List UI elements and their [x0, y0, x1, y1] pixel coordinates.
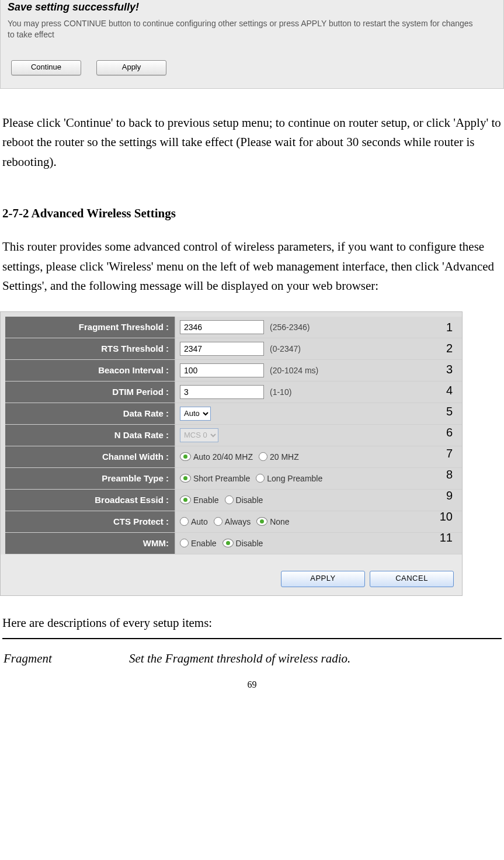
settings-label: Preamble Type :: [5, 468, 175, 489]
settings-row: Broadcast Essid :EnableDisable: [5, 490, 462, 511]
radio-icon: [180, 495, 191, 504]
radio-option[interactable]: Short Preamble: [180, 474, 250, 483]
hint-text: (1-10): [270, 387, 291, 397]
settings-label: Data Rate :: [5, 403, 175, 424]
radio-label: Enable: [191, 539, 217, 548]
section-heading: 2-7-2 Advanced Wireless Settings: [0, 204, 504, 224]
hint-text: (256-2346): [270, 322, 310, 332]
settings-value-cell: (0-2347): [175, 338, 462, 359]
radio-option[interactable]: Long Preamble: [256, 474, 322, 483]
callout-number: 3: [440, 359, 453, 380]
settings-row: Channel Width :Auto 20/40 MHZ20 MHZ: [5, 446, 462, 468]
description-definition: Set the Fragment threshold of wireless r…: [129, 650, 500, 668]
radio-option[interactable]: Enable: [180, 539, 217, 548]
settings-value-cell: AutoAlwaysNone: [175, 511, 462, 532]
radio-icon: [259, 452, 267, 461]
settings-label: WMM:: [5, 533, 175, 554]
panel-cancel-button[interactable]: CANCEL: [370, 571, 454, 587]
settings-label: N Data Rate :: [5, 425, 175, 446]
settings-label: Broadcast Essid :: [5, 490, 175, 511]
descriptions-intro: Here are descriptions of every setup ite…: [0, 613, 504, 633]
radio-option[interactable]: Always: [214, 517, 251, 526]
radio-option[interactable]: Disable: [225, 495, 263, 505]
radio-icon: [256, 474, 265, 483]
radio-label: Disable: [236, 539, 263, 548]
text-input[interactable]: [180, 320, 264, 334]
settings-label: DTIM Period :: [5, 382, 175, 403]
section-intro: This router provides some advanced contr…: [0, 237, 504, 296]
radio-icon: [180, 539, 189, 547]
callout-number: 11: [440, 527, 453, 548]
radio-icon: [180, 452, 191, 461]
select-input[interactable]: Auto: [180, 407, 211, 421]
apply-button[interactable]: Apply: [96, 60, 166, 75]
settings-row: Beacon Interval :(20-1024 ms): [5, 360, 462, 382]
callout-number: 4: [440, 380, 453, 401]
radio-label: None: [270, 517, 289, 526]
radio-label: Short Preamble: [193, 474, 250, 483]
settings-label: CTS Protect :: [5, 511, 175, 532]
radio-icon: [214, 517, 223, 526]
settings-row: Preamble Type :Short PreambleLong Preamb…: [5, 468, 462, 490]
callout-number: 6: [440, 422, 453, 443]
radio-option[interactable]: None: [256, 517, 289, 526]
settings-label: RTS Threshold :: [5, 338, 175, 359]
radio-icon: [180, 474, 191, 483]
settings-row: N Data Rate :MCS 0: [5, 425, 462, 446]
text-input[interactable]: [180, 385, 264, 399]
settings-label: Beacon Interval :: [5, 360, 175, 381]
select-input: MCS 0: [180, 428, 218, 442]
radio-label: Auto 20/40 MHZ: [193, 452, 253, 462]
settings-row: Data Rate :Auto: [5, 403, 462, 425]
radio-label: Auto: [191, 517, 208, 526]
radio-label: 20 MHZ: [270, 452, 299, 462]
dialog-message: You may press CONTINUE button to continu…: [8, 18, 475, 60]
callout-number: 10: [440, 506, 453, 527]
radio-icon: [256, 517, 267, 526]
hint-text: (0-2347): [270, 344, 301, 353]
radio-option[interactable]: Auto 20/40 MHZ: [180, 452, 253, 462]
settings-label: Fragment Threshold :: [5, 317, 175, 338]
settings-label: Channel Width :: [5, 446, 175, 467]
settings-row: Fragment Threshold :(256-2346): [5, 317, 462, 338]
callout-number: 2: [440, 338, 453, 359]
radio-option[interactable]: Enable: [180, 495, 219, 505]
settings-row: DTIM Period :(1-10): [5, 382, 462, 403]
separator-line: [2, 638, 502, 639]
save-success-dialog: Save setting successfully! You may press…: [0, 0, 504, 89]
radio-label: Disable: [236, 495, 263, 505]
settings-value-cell: Auto 20/40 MHZ20 MHZ: [175, 446, 462, 467]
radio-label: Long Preamble: [267, 474, 322, 483]
radio-icon: [223, 539, 234, 547]
radio-option[interactable]: Disable: [223, 539, 263, 548]
callout-number: 5: [440, 401, 453, 422]
callout-number: 7: [440, 443, 453, 464]
advanced-settings-panel: Fragment Threshold :(256-2346)RTS Thresh…: [0, 311, 463, 596]
text-input[interactable]: [180, 342, 264, 356]
settings-value-cell: (1-10): [175, 382, 462, 403]
settings-value-cell: (256-2346): [175, 317, 462, 338]
radio-label: Always: [225, 517, 251, 526]
settings-value-cell: EnableDisable: [175, 490, 462, 511]
radio-icon: [180, 517, 189, 526]
callout-number: 8: [440, 464, 453, 485]
settings-value-cell: MCS 0: [175, 425, 462, 446]
radio-label: Enable: [193, 495, 219, 505]
settings-row: CTS Protect :AutoAlwaysNone: [5, 511, 462, 533]
settings-row: RTS Threshold :(0-2347): [5, 338, 462, 360]
continue-button[interactable]: Continue: [11, 60, 81, 75]
text-input[interactable]: [180, 363, 264, 377]
settings-row: WMM:EnableDisable: [5, 533, 462, 554]
description-term: Fragment: [4, 650, 129, 668]
callout-number: 9: [440, 485, 453, 506]
radio-option[interactable]: 20 MHZ: [259, 452, 299, 462]
radio-option[interactable]: Auto: [180, 517, 208, 526]
page-number: 69: [0, 679, 504, 690]
description-row: Fragment Set the Fragment threshold of w…: [0, 650, 504, 668]
panel-apply-button[interactable]: APPLY: [281, 571, 365, 587]
dialog-title: Save setting successfully!: [8, 0, 503, 18]
settings-value-cell: EnableDisable: [175, 533, 462, 554]
settings-value-cell: Short PreambleLong Preamble: [175, 468, 462, 489]
hint-text: (20-1024 ms): [270, 366, 318, 375]
radio-icon: [225, 495, 234, 504]
